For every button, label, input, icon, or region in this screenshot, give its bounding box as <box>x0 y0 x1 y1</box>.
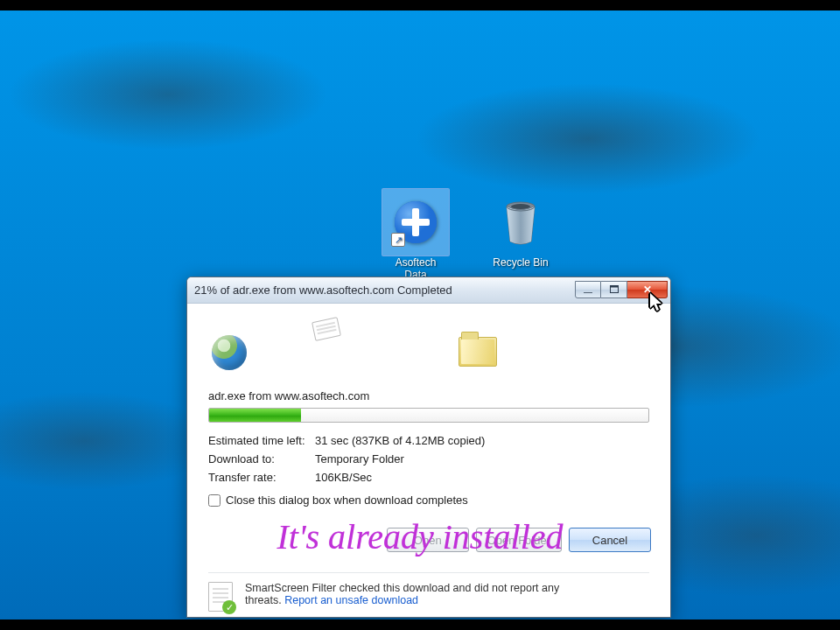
dest-value: Temporary Folder <box>315 450 404 468</box>
open-folder-button: Open Folder <box>476 528 562 552</box>
cancel-button[interactable]: Cancel <box>569 528 651 552</box>
letterbox-top <box>0 0 840 10</box>
window-title: 21% of adr.exe from www.asoftech.com Com… <box>194 284 575 297</box>
smartscreen-notice: ✓ SmartScreen Filter checked this downlo… <box>208 572 649 612</box>
smartscreen-icon: ✓ <box>208 582 233 612</box>
open-button: Open <box>387 528 469 552</box>
folder-icon <box>458 337 497 367</box>
smartscreen-line2-prefix: threats. <box>245 594 284 606</box>
svg-point-6 <box>511 204 530 209</box>
flying-page-icon <box>312 317 341 341</box>
close-on-complete-checkbox[interactable]: Close this dialog box when download comp… <box>208 494 649 507</box>
progress-bar <box>208 408 649 423</box>
eta-label: Estimated time left: <box>208 431 315 450</box>
titlebar[interactable]: 21% of adr.exe from www.asoftech.com Com… <box>187 277 670 304</box>
svg-rect-3 <box>402 219 430 226</box>
maximize-button[interactable] <box>601 281 627 298</box>
rate-label: Transfer rate: <box>208 468 315 486</box>
download-file-label: adr.exe from www.asoftech.com <box>208 389 649 402</box>
svg-rect-8 <box>610 286 618 288</box>
smartscreen-report-link[interactable]: Report an unsafe download <box>284 594 418 606</box>
smartscreen-line1: SmartScreen Filter checked this download… <box>245 582 559 594</box>
maximize-icon <box>610 285 619 293</box>
close-on-complete-input[interactable] <box>208 494 220 507</box>
letterbox-bottom <box>0 620 840 630</box>
rate-value: 106KB/Sec <box>315 468 372 486</box>
eta-value: 31 sec (837KB of 4.12MB copied) <box>315 431 485 450</box>
desktop-icon-recycle-bin[interactable]: Recycle Bin <box>481 188 560 281</box>
close-on-complete-label: Close this dialog box when download comp… <box>226 494 468 507</box>
close-icon: ✕ <box>643 284 652 296</box>
download-dialog: 21% of adr.exe from www.asoftech.com Com… <box>186 276 671 618</box>
desktop-icon-asoftech[interactable]: ↗ Asoftech Data <box>376 188 455 281</box>
recycle-bin-icon <box>500 198 542 247</box>
download-stats: Estimated time left:31 sec (837KB of 4.1… <box>208 431 649 486</box>
download-animation <box>208 318 649 374</box>
shortcut-overlay-icon: ↗ <box>391 233 405 247</box>
dest-label: Download to: <box>208 450 315 468</box>
progress-fill <box>209 409 301 422</box>
minimize-button[interactable]: — <box>575 281 601 298</box>
close-button[interactable]: ✕ <box>627 281 668 298</box>
desktop-icon-label: Recycle Bin <box>493 256 548 269</box>
globe-icon <box>212 335 247 370</box>
